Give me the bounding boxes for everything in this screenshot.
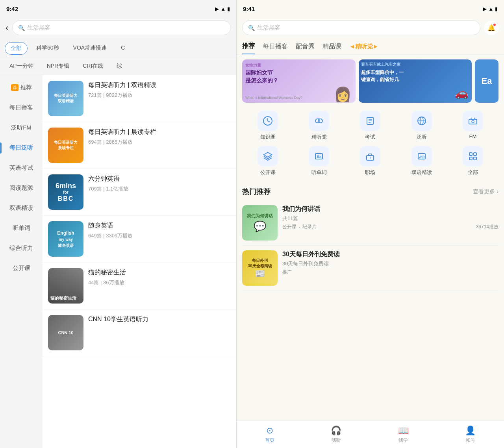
icon-row-1: 知识圈 精听党 考试 <box>242 111 498 141</box>
right-wifi-icon: ▲ <box>488 6 493 12</box>
icon-workplace[interactable]: 职场 <box>354 146 386 176</box>
course-info-2: 每日英语听力 | 晨读专栏 694篇 | 2865万播放 <box>88 128 231 163</box>
icon-fantin[interactable]: 泛听 <box>406 111 437 141</box>
all-label: 全部 <box>468 169 478 176</box>
hot-header: 热门推荐 查看更多 › <box>242 187 498 196</box>
hot-tags-2: 推广 <box>282 269 498 276</box>
tab-jiting[interactable]: ◄精听党► <box>349 43 379 54</box>
course-info-5: 猫的秘密生活 44篇 | 36万播放 <box>88 268 231 304</box>
hot-tag-separator: · <box>299 224 300 230</box>
nav-study[interactable]: 📖 我学 <box>398 426 409 444</box>
filter-tab-voa[interactable]: VOA常速慢速 <box>68 42 113 55</box>
banner-ea[interactable]: Ea <box>475 59 498 103</box>
filter-tab-zong[interactable]: 综 <box>112 61 127 72</box>
icon-jiting[interactable]: 精听党 <box>303 111 335 141</box>
sidebar-item-daily-podcast[interactable]: 每日播客 <box>0 98 43 118</box>
icon-opencourse[interactable]: 公开课 <box>252 146 284 176</box>
filter-tabs-row2: AP一分钟 NPR专辑 CRI在线 综 <box>0 57 236 75</box>
filter-tab-science[interactable]: 科学60秒 <box>31 42 65 55</box>
left-status-bar: 9:42 ▶ ▲ ▮ <box>0 0 236 17</box>
hot-card-1[interactable]: 我们为何讲话 💬 我们为何讲话 共11篇 公开课 · 纪录片 36714播放 <box>242 200 498 246</box>
course-meta-3: 709篇 | 1.1亿播放 <box>88 185 231 193</box>
right-status-icons: ▶ ▲ ▮ <box>483 6 498 12</box>
workplace-label: 职场 <box>365 169 375 176</box>
sidebar-item-recommend-label: 推荐 <box>20 84 32 91</box>
tab-recommend[interactable]: 推荐 <box>242 42 255 54</box>
tab-dubbing[interactable]: 配音秀 <box>296 43 315 54</box>
right-search-input[interactable]: 🔍 生活黑客 <box>242 20 480 35</box>
fantin-label: 泛听 <box>417 133 427 141</box>
nav-listen[interactable]: 🎧 我听 <box>331 426 341 444</box>
icon-grid: 知识圈 精听党 考试 <box>237 107 504 183</box>
filter-tab-ap[interactable]: AP一分钟 <box>5 61 38 72</box>
filter-tab-all[interactable]: 全部 <box>5 42 28 55</box>
sidebar-item-bilingual[interactable]: 双语精读 <box>0 198 43 218</box>
course-title-3: 六分钟英语 <box>88 174 231 183</box>
icon-all[interactable]: 全部 <box>457 146 489 176</box>
course-thumb-4: English my way 随身英语 <box>48 221 83 257</box>
hot-info-1: 我们为何讲话 共11篇 公开课 · 纪录片 36714播放 <box>282 205 498 241</box>
nav-account[interactable]: 👤 帐号 <box>465 426 476 444</box>
course-thumb-5: 猫的秘密生活 <box>48 268 83 304</box>
fm-label: FM <box>469 133 476 139</box>
course-list: 每日英语听力双语精读 每日英语听力 | 双语精读 721篇 | 9022万播放 … <box>43 75 236 448</box>
course-info-4: 随身英语 649篇 | 3309万播放 <box>88 221 231 257</box>
tab-daily-podcast[interactable]: 每日播客 <box>263 43 288 54</box>
course-item-1[interactable]: 每日英语听力双语精读 每日英语听力 | 双语精读 721篇 | 9022万播放 <box>43 75 236 122</box>
sidebar-item-comprehensive[interactable]: 综合听力 <box>0 238 43 258</box>
sidebar-item-recommend[interactable]: 荐 推荐 <box>0 78 43 98</box>
left-search-input-wrap[interactable]: 🔍 生活黑客 <box>12 20 231 35</box>
icon-bilingual[interactable]: A中 双语精读 <box>406 146 437 176</box>
sidebar-item-fm[interactable]: 泛听FM <box>0 118 43 138</box>
hot-title: 热门推荐 <box>242 187 271 196</box>
account-icon: 👤 <box>465 426 476 436</box>
bell-button[interactable]: 🔔 <box>484 21 498 35</box>
home-icon: ⊙ <box>266 426 273 436</box>
course-info-6: CNN 10学生英语听力 <box>88 315 231 350</box>
left-phone: 9:42 ▶ ▲ ▮ ‹ 🔍 生活黑客 全部 科学60秒 VOA常速慢速 C A… <box>0 0 236 448</box>
course-item-4[interactable]: English my way 随身英语 随身英语 649篇 | 3309万播放 <box>43 216 236 263</box>
opencourse-icon <box>258 146 278 167</box>
sidebar-item-opencourse[interactable]: 公开课 <box>0 258 43 278</box>
sidebar-item-reading[interactable]: 阅读题源 <box>0 178 43 198</box>
icon-row-2: 公开课 Aa 听单词 职场 A中 <box>242 146 498 176</box>
all-icon <box>463 146 483 167</box>
nav-home[interactable]: ⊙ 首页 <box>265 426 274 444</box>
icon-vocab[interactable]: Aa 听单词 <box>303 146 335 176</box>
icon-fm[interactable]: FM <box>457 111 489 141</box>
left-search-placeholder: 生活黑客 <box>27 24 51 31</box>
svg-text:a: a <box>319 155 322 159</box>
back-button[interactable]: ‹ <box>6 23 8 33</box>
course-item-5[interactable]: 猫的秘密生活 猫的秘密生活 44篇 | 36万播放 <box>43 263 236 309</box>
course-thumb-1: 每日英语听力双语精读 <box>48 81 83 116</box>
banners: 女性力量 国际妇女节是怎么来的？ What is International W… <box>237 55 504 107</box>
banner-car[interactable]: 看车买车就上汽车之家 超多车型降价中，一键查询，能省好几 🚗 <box>359 59 472 103</box>
battery-icon: ▮ <box>227 6 230 12</box>
filter-tab-npr[interactable]: NPR专辑 <box>42 61 74 72</box>
nav-listen-label: 我听 <box>332 437 341 444</box>
nav-account-label: 帐号 <box>466 437 475 444</box>
hot-more-button[interactable]: 查看更多 › <box>473 188 498 195</box>
course-item-2[interactable]: 每日英语听力晨读专栏 每日英语听力 | 晨读专栏 694篇 | 2865万播放 <box>43 122 236 169</box>
hot-thumb-2: 每日外刊30天全额阅读 📰 <box>242 250 278 286</box>
course-item-3[interactable]: 6mins for BBC 六分钟英语 709篇 | 1.1亿播放 <box>43 169 236 216</box>
banner-womens-day[interactable]: 女性力量 国际妇女节是怎么来的？ What is International W… <box>242 59 356 103</box>
tab-premium[interactable]: 精品课 <box>322 43 341 54</box>
exam-label: 考试 <box>365 133 375 141</box>
sidebar-item-vocab[interactable]: 听单词 <box>0 218 43 238</box>
fantin-icon <box>411 111 432 131</box>
course-item-6[interactable]: CNN 10 CNN 10学生英语听力 <box>43 309 236 356</box>
icon-knowledge-circle[interactable]: 知识圈 <box>252 111 284 141</box>
svg-point-14 <box>472 120 474 123</box>
filter-tab-cri[interactable]: CRI在线 <box>78 61 108 72</box>
wifi-icon: ▲ <box>220 6 226 12</box>
filter-tab-c[interactable]: C <box>115 42 130 55</box>
sidebar-item-daily-listen[interactable]: 每日泛听 <box>0 138 43 158</box>
filter-tabs-row1: 全部 科学60秒 VOA常速慢速 C <box>0 38 236 57</box>
hot-name-1: 我们为何讲话 <box>282 205 498 213</box>
hot-card-2[interactable]: 每日外刊30天全额阅读 📰 30天每日外刊免费读 30天每日外刊免费读 推广 <box>242 246 498 291</box>
left-time: 9:42 <box>6 6 18 12</box>
sidebar-item-exam[interactable]: 英语考试 <box>0 158 43 178</box>
icon-exam[interactable]: 考试 <box>354 111 386 141</box>
right-phone: 9:41 ▶ ▲ ▮ 🔍 生活黑客 🔔 推荐 每日播客 配音秀 精品课 ◄精听党… <box>236 0 504 448</box>
